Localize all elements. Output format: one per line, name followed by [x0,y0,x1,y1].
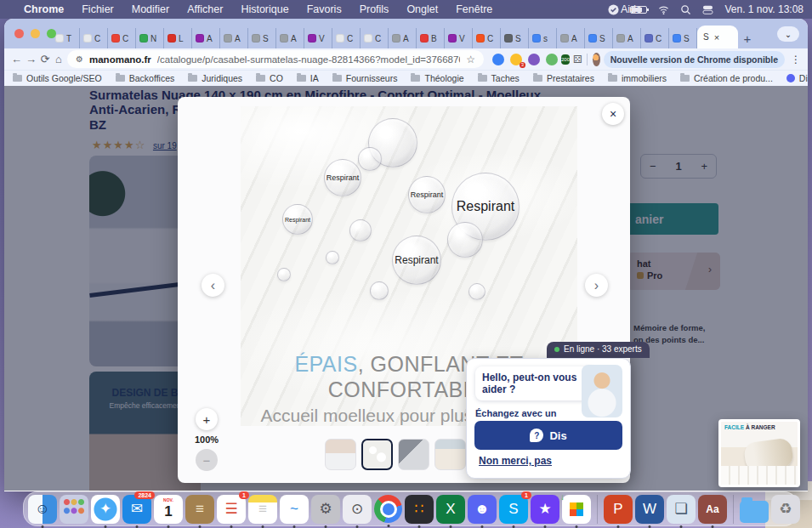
check-circle-icon[interactable] [608,4,619,15]
site-settings-icon[interactable]: ⚙ [76,54,83,64]
dock-app-icon[interactable]: ☺ [28,495,57,524]
browser-tab[interactable]: C [641,28,669,48]
address-bar[interactable]: ⚙ manomano.fr /catalogue/p/casabel-surma… [67,50,484,68]
dock-app-icon[interactable]: ✦ [91,495,120,524]
thumbnail[interactable] [434,439,466,470]
spotlight-search-icon[interactable] [680,4,691,15]
dock-app-icon[interactable]: ≡ [185,495,214,524]
browser-tab[interactable]: N [136,28,164,48]
bookmark-folder[interactable]: immobiliers [608,73,667,83]
menubar-item[interactable]: Fichier [82,3,114,15]
bookmark-folder[interactable]: CO [256,73,283,83]
dock-app-icon[interactable]: ☰ 1 [217,495,246,524]
profile-avatar[interactable] [593,53,600,66]
browser-tab[interactable]: A [613,28,641,48]
browser-tab[interactable]: A [192,28,220,48]
dock-app-icon[interactable]: ★ [531,495,559,524]
tab-close-icon[interactable]: × [714,32,719,43]
bookmark-folder[interactable]: Juridiques [188,73,242,83]
zoom-in-button[interactable]: + [196,408,218,430]
menubar-clock[interactable]: Ven. 1 nov. 13:08 [724,3,803,15]
dock-app-icon[interactable] [740,501,769,523]
zoom-out-button[interactable]: − [196,449,218,471]
menubar-item[interactable]: Favoris [307,3,342,15]
product-info-popup[interactable]: FACILE À RANGER [718,419,800,487]
bookmark-star-icon[interactable]: ☆ [466,54,475,65]
battery-icon[interactable] [630,6,647,14]
menubar-item[interactable]: Fenêtre [456,3,492,15]
bookmark-folder[interactable]: IA [297,73,319,83]
thumbnail[interactable] [398,439,429,470]
dock-app-icon[interactable]: ~ [280,495,309,524]
browser-tab[interactable]: V [445,28,473,48]
control-center-icon[interactable] [702,4,713,15]
bookmark-folder[interactable]: Prestataires [533,73,594,83]
dock-app-icon[interactable]: ✉ 2824 [122,495,151,524]
dock-app-icon[interactable]: ⚙ [311,495,340,524]
browser-tab[interactable]: C [332,28,361,48]
extensions-puzzle-icon[interactable]: ⚄ [573,54,582,65]
close-window-button[interactable] [14,29,24,38]
chat-dismiss-link[interactable]: Non merci, pas [479,455,552,467]
menubar-item[interactable]: Profils [360,3,389,15]
menubar-item[interactable]: Chrome [24,3,64,15]
active-tab[interactable]: S × [697,26,738,48]
browser-tab[interactable]: S [248,28,276,48]
extension-icon[interactable] [546,54,558,65]
reload-button[interactable]: ⟳ [40,50,50,69]
chrome-menu-icon[interactable]: ⋮ [791,54,801,65]
dock-app-icon[interactable]: P [604,495,633,524]
new-tab-button[interactable]: + [738,28,757,48]
back-button[interactable]: ← [11,50,22,69]
dock-app-icon[interactable]: Aa [698,495,727,524]
home-button[interactable]: ⌂ [54,50,64,69]
browser-tab[interactable]: s [529,28,557,48]
browser-tab[interactable]: A [276,28,304,48]
next-image-button[interactable]: › [585,274,608,297]
chrome-update-button[interactable]: Nouvelle version de Chrome disponible [604,51,785,68]
minimize-window-button[interactable] [31,29,40,38]
extension-icon[interactable] [492,54,504,65]
bookmark-folder[interactable]: Fournisseurs [332,73,398,83]
dock-app-icon[interactable]: NOV. 1 [154,495,183,524]
dock-app-icon[interactable]: ☻ [468,495,497,524]
extension-icon[interactable] [528,54,540,65]
bookmark-folder[interactable]: Discord | Dev | Mid... [786,73,808,83]
dock-app-icon[interactable]: X [436,495,465,524]
browser-tab[interactable]: A [557,28,585,48]
dock-app-icon[interactable]: W [635,495,664,524]
bookmark-folder[interactable]: Taches [478,73,520,83]
thumbnail-selected[interactable] [361,439,393,470]
dock-app-icon[interactable]: S 1 [499,495,528,524]
bookmark-folder[interactable]: Création de produ... [680,73,773,83]
browser-tab[interactable]: S [669,28,697,48]
browser-tab[interactable]: L [164,28,192,48]
browser-tab[interactable]: S [585,28,613,48]
browser-tab[interactable]: V [304,28,332,48]
speed-extension-icon[interactable]: 200 [561,54,570,65]
browser-tab[interactable]: C [108,28,136,48]
dock-app-icon[interactable]: ≡ [248,495,277,524]
dock-app-icon[interactable] [597,495,598,524]
extension-icon[interactable]: 3 [510,54,522,65]
browser-tab[interactable]: C [361,28,389,48]
tab-search-chevron-icon[interactable]: ⌄ [777,26,799,42]
dock-app-icon[interactable]: ∷ [405,495,434,524]
wifi-icon[interactable] [658,4,669,15]
menubar-item[interactable]: Afficher [187,3,223,15]
menubar-item[interactable]: Historique [241,3,288,15]
browser-tab[interactable]: A [220,28,248,48]
bookmark-folder[interactable]: Outils Google/SEO [13,73,102,83]
dock-app-icon[interactable]: ❏ [667,495,696,524]
dock-app-icon[interactable] [374,495,402,523]
menubar-item[interactable]: Modifier [132,3,169,15]
thumbnail[interactable] [325,439,356,470]
browser-tab[interactable]: A [389,28,417,48]
browser-tab[interactable]: C [80,28,108,48]
browser-tab[interactable]: B [417,28,445,48]
forward-button[interactable]: → [26,50,37,69]
dock-app-icon[interactable] [60,495,88,524]
browser-tab[interactable]: S [501,28,529,48]
dock-app-icon[interactable]: ⊙ [343,495,372,524]
menubar-item[interactable]: Onglet [406,3,438,15]
